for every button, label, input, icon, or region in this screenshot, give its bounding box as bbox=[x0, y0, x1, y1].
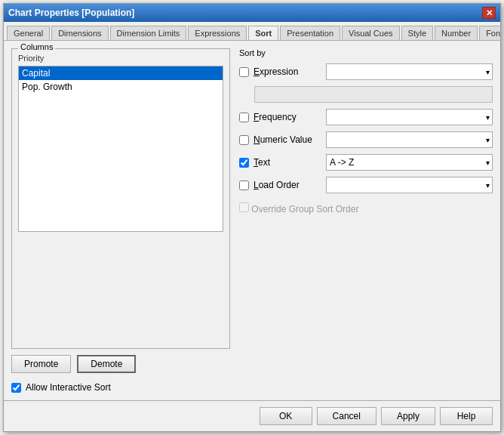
tabs-bar: General Dimensions Dimension Limits Expr… bbox=[4, 22, 500, 41]
text-dropdown[interactable]: A -> Z Z -> A bbox=[326, 154, 493, 171]
promote-demote-row: Promote Demote bbox=[11, 355, 230, 373]
frequency-row: Frequency bbox=[239, 109, 493, 125]
help-button[interactable]: Help bbox=[440, 407, 493, 425]
load-order-label[interactable]: Load Order bbox=[254, 180, 321, 190]
frequency-checkbox[interactable] bbox=[239, 113, 249, 122]
load-order-dropdown-wrapper bbox=[326, 177, 493, 193]
ok-button[interactable]: OK bbox=[260, 407, 312, 425]
right-panel: Sort by Expression bbox=[239, 48, 493, 393]
tab-font[interactable]: Font bbox=[479, 26, 500, 40]
dialog-title: Chart Properties [Population] bbox=[8, 8, 134, 18]
dialog-content: Columns Priority Capital Pop. Growth Pro… bbox=[4, 41, 500, 400]
expression-dropdown[interactable] bbox=[326, 63, 493, 80]
load-order-checkbox[interactable] bbox=[239, 180, 249, 190]
text-dropdown-wrapper: A -> Z Z -> A bbox=[326, 154, 493, 171]
frequency-label[interactable]: Frequency bbox=[254, 112, 321, 122]
tab-general[interactable]: General bbox=[7, 26, 50, 40]
tab-dimensions[interactable]: Dimensions bbox=[51, 26, 108, 40]
expression-dropdown-wrapper bbox=[326, 63, 493, 80]
tab-presentation[interactable]: Presentation bbox=[280, 26, 340, 40]
chart-properties-dialog: Chart Properties [Population] ✕ General … bbox=[3, 3, 501, 432]
allow-interactive-checkbox[interactable] bbox=[11, 383, 21, 393]
main-area: Columns Priority Capital Pop. Growth Pro… bbox=[11, 48, 493, 393]
tab-dimension-limits[interactable]: Dimension Limits bbox=[110, 26, 187, 40]
list-item[interactable]: Pop. Growth bbox=[19, 80, 223, 94]
frequency-dropdown-wrapper bbox=[326, 109, 493, 125]
cancel-button[interactable]: Cancel bbox=[317, 407, 376, 425]
allow-interactive-label[interactable]: Allow Interactive Sort bbox=[26, 382, 111, 393]
allow-interactive-row: Allow Interactive Sort bbox=[11, 382, 230, 393]
tab-visual-cues[interactable]: Visual Cues bbox=[342, 26, 400, 40]
promote-button[interactable]: Promote bbox=[11, 355, 71, 373]
tab-expressions[interactable]: Expressions bbox=[188, 26, 247, 40]
columns-group-label: Columns bbox=[18, 42, 55, 51]
apply-button[interactable]: Apply bbox=[381, 407, 435, 425]
columns-group: Columns Priority Capital Pop. Growth bbox=[11, 48, 230, 349]
close-button[interactable]: ✕ bbox=[482, 7, 496, 19]
numeric-value-dropdown[interactable] bbox=[326, 131, 493, 148]
tab-sort[interactable]: Sort bbox=[248, 26, 278, 41]
tab-style[interactable]: Style bbox=[401, 26, 433, 40]
demote-button[interactable]: Demote bbox=[77, 355, 136, 373]
expression-text-field[interactable] bbox=[254, 86, 493, 103]
numeric-value-row: Numeric Value bbox=[239, 131, 493, 148]
text-label[interactable]: Text bbox=[254, 157, 321, 168]
override-row: Override Group Sort Order bbox=[239, 202, 493, 214]
override-checkbox[interactable] bbox=[239, 202, 249, 212]
numeric-value-checkbox[interactable] bbox=[239, 135, 249, 145]
numeric-value-label[interactable]: Numeric Value bbox=[254, 134, 321, 145]
title-bar: Chart Properties [Population] ✕ bbox=[4, 4, 500, 22]
frequency-dropdown[interactable] bbox=[326, 109, 493, 125]
expression-row: Expression bbox=[239, 63, 493, 80]
sort-by-label: Sort by bbox=[239, 48, 493, 57]
load-order-dropdown[interactable] bbox=[326, 177, 493, 193]
text-row: Text A -> Z Z -> A bbox=[239, 154, 493, 171]
priority-label: Priority bbox=[18, 54, 223, 63]
load-order-row: Load Order bbox=[239, 177, 493, 193]
left-panel: Columns Priority Capital Pop. Growth Pro… bbox=[11, 48, 230, 393]
override-label: Override Group Sort Order bbox=[251, 204, 358, 214]
priority-list[interactable]: Capital Pop. Growth bbox=[18, 66, 223, 232]
footer: OK Cancel Apply Help bbox=[4, 400, 500, 431]
numeric-value-dropdown-wrapper bbox=[326, 131, 493, 148]
list-item[interactable]: Capital bbox=[19, 66, 223, 80]
expression-label[interactable]: Expression bbox=[254, 66, 321, 77]
tab-number[interactable]: Number bbox=[435, 26, 478, 40]
expression-checkbox[interactable] bbox=[239, 67, 249, 77]
text-checkbox[interactable] bbox=[239, 158, 249, 168]
